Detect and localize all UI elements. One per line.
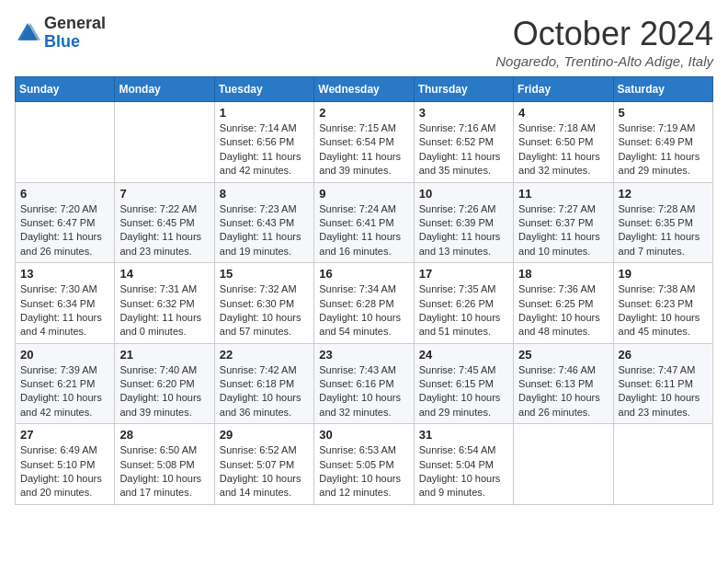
day-number: 5 <box>619 106 708 120</box>
calendar-cell: 10Sunrise: 7:26 AM Sunset: 6:39 PM Dayli… <box>414 182 513 263</box>
day-number: 21 <box>119 348 209 362</box>
calendar-cell: 12Sunrise: 7:28 AM Sunset: 6:35 PM Dayli… <box>613 182 712 263</box>
calendar-cell: 9Sunrise: 7:24 AM Sunset: 6:41 PM Daylig… <box>314 182 414 263</box>
calendar-cell: 21Sunrise: 7:40 AM Sunset: 6:20 PM Dayli… <box>115 343 214 424</box>
day-info: Sunrise: 7:26 AM Sunset: 6:39 PM Dayligh… <box>419 202 508 259</box>
day-number: 27 <box>20 428 109 442</box>
day-info: Sunrise: 7:20 AM Sunset: 6:47 PM Dayligh… <box>20 202 109 259</box>
day-info: Sunrise: 7:42 AM Sunset: 6:18 PM Dayligh… <box>220 363 309 420</box>
day-info: Sunrise: 6:49 AM Sunset: 5:10 PM Dayligh… <box>20 443 109 500</box>
day-info: Sunrise: 7:46 AM Sunset: 6:13 PM Dayligh… <box>518 363 608 420</box>
calendar-cell: 20Sunrise: 7:39 AM Sunset: 6:21 PM Dayli… <box>16 343 115 424</box>
calendar-week-row: 27Sunrise: 6:49 AM Sunset: 5:10 PM Dayli… <box>16 424 713 505</box>
day-number: 31 <box>419 428 508 442</box>
month-title: October 2024 <box>495 15 713 53</box>
day-of-week-header: Monday <box>115 77 214 102</box>
day-info: Sunrise: 6:54 AM Sunset: 5:04 PM Dayligh… <box>419 443 508 500</box>
day-info: Sunrise: 7:22 AM Sunset: 6:45 PM Dayligh… <box>119 202 209 259</box>
calendar-cell: 19Sunrise: 7:38 AM Sunset: 6:23 PM Dayli… <box>613 263 712 344</box>
day-info: Sunrise: 7:31 AM Sunset: 6:32 PM Dayligh… <box>119 282 209 339</box>
day-info: Sunrise: 7:35 AM Sunset: 6:26 PM Dayligh… <box>419 282 508 339</box>
calendar-cell <box>115 102 214 183</box>
day-number: 23 <box>319 348 408 362</box>
calendar-cell: 3Sunrise: 7:16 AM Sunset: 6:52 PM Daylig… <box>414 102 513 183</box>
calendar-cell: 30Sunrise: 6:53 AM Sunset: 5:05 PM Dayli… <box>314 424 414 505</box>
day-number: 22 <box>220 348 309 362</box>
logo-blue-text: Blue <box>44 32 80 51</box>
day-info: Sunrise: 7:30 AM Sunset: 6:34 PM Dayligh… <box>20 282 109 339</box>
title-block: October 2024 Nogaredo, Trentino-Alto Adi… <box>495 15 713 69</box>
day-info: Sunrise: 7:43 AM Sunset: 6:16 PM Dayligh… <box>319 363 408 420</box>
day-info: Sunrise: 7:36 AM Sunset: 6:25 PM Dayligh… <box>518 282 608 339</box>
day-number: 26 <box>619 348 708 362</box>
day-info: Sunrise: 7:38 AM Sunset: 6:23 PM Dayligh… <box>619 282 708 339</box>
day-info: Sunrise: 7:19 AM Sunset: 6:49 PM Dayligh… <box>619 121 708 178</box>
day-number: 29 <box>220 428 309 442</box>
day-info: Sunrise: 7:32 AM Sunset: 6:30 PM Dayligh… <box>220 282 309 339</box>
logo-icon <box>15 20 40 46</box>
day-info: Sunrise: 7:15 AM Sunset: 6:54 PM Dayligh… <box>319 121 408 178</box>
calendar-cell: 8Sunrise: 7:23 AM Sunset: 6:43 PM Daylig… <box>214 182 313 263</box>
day-number: 4 <box>518 106 608 120</box>
calendar-cell: 27Sunrise: 6:49 AM Sunset: 5:10 PM Dayli… <box>16 424 115 505</box>
day-number: 18 <box>518 267 608 281</box>
day-number: 1 <box>220 106 309 120</box>
logo-general-text: General <box>44 14 106 32</box>
calendar-cell: 5Sunrise: 7:19 AM Sunset: 6:49 PM Daylig… <box>613 102 712 183</box>
day-of-week-header: Tuesday <box>214 77 313 102</box>
day-of-week-header: Thursday <box>414 77 513 102</box>
day-number: 7 <box>119 187 209 201</box>
day-info: Sunrise: 7:18 AM Sunset: 6:50 PM Dayligh… <box>518 121 608 178</box>
calendar-cell: 17Sunrise: 7:35 AM Sunset: 6:26 PM Dayli… <box>414 263 513 344</box>
day-of-week-header: Wednesday <box>314 77 414 102</box>
day-info: Sunrise: 7:27 AM Sunset: 6:37 PM Dayligh… <box>518 202 608 259</box>
calendar-cell: 16Sunrise: 7:34 AM Sunset: 6:28 PM Dayli… <box>314 263 414 344</box>
calendar-cell: 11Sunrise: 7:27 AM Sunset: 6:37 PM Dayli… <box>514 182 613 263</box>
day-info: Sunrise: 6:52 AM Sunset: 5:07 PM Dayligh… <box>220 443 309 500</box>
calendar-week-row: 13Sunrise: 7:30 AM Sunset: 6:34 PM Dayli… <box>16 263 713 344</box>
calendar-cell: 26Sunrise: 7:47 AM Sunset: 6:11 PM Dayli… <box>613 343 712 424</box>
day-info: Sunrise: 7:47 AM Sunset: 6:11 PM Dayligh… <box>619 363 708 420</box>
day-number: 17 <box>419 267 508 281</box>
day-info: Sunrise: 6:53 AM Sunset: 5:05 PM Dayligh… <box>319 443 408 500</box>
day-number: 19 <box>619 267 708 281</box>
day-number: 15 <box>220 267 309 281</box>
day-info: Sunrise: 7:14 AM Sunset: 6:56 PM Dayligh… <box>220 121 309 178</box>
calendar-week-row: 6Sunrise: 7:20 AM Sunset: 6:47 PM Daylig… <box>16 182 713 263</box>
day-info: Sunrise: 6:50 AM Sunset: 5:08 PM Dayligh… <box>119 443 209 500</box>
calendar-cell: 2Sunrise: 7:15 AM Sunset: 6:54 PM Daylig… <box>314 102 414 183</box>
day-number: 10 <box>419 187 508 201</box>
calendar-cell: 22Sunrise: 7:42 AM Sunset: 6:18 PM Dayli… <box>214 343 313 424</box>
day-number: 13 <box>20 267 109 281</box>
calendar-cell: 25Sunrise: 7:46 AM Sunset: 6:13 PM Dayli… <box>514 343 613 424</box>
calendar-table: SundayMondayTuesdayWednesdayThursdayFrid… <box>15 76 713 505</box>
day-info: Sunrise: 7:16 AM Sunset: 6:52 PM Dayligh… <box>419 121 508 178</box>
day-info: Sunrise: 7:39 AM Sunset: 6:21 PM Dayligh… <box>20 363 109 420</box>
day-info: Sunrise: 7:23 AM Sunset: 6:43 PM Dayligh… <box>220 202 309 259</box>
calendar-week-row: 20Sunrise: 7:39 AM Sunset: 6:21 PM Dayli… <box>16 343 713 424</box>
calendar-week-row: 1Sunrise: 7:14 AM Sunset: 6:56 PM Daylig… <box>16 102 713 183</box>
calendar-cell: 31Sunrise: 6:54 AM Sunset: 5:04 PM Dayli… <box>414 424 513 505</box>
calendar-cell: 13Sunrise: 7:30 AM Sunset: 6:34 PM Dayli… <box>16 263 115 344</box>
calendar-cell: 24Sunrise: 7:45 AM Sunset: 6:15 PM Dayli… <box>414 343 513 424</box>
calendar-cell: 29Sunrise: 6:52 AM Sunset: 5:07 PM Dayli… <box>214 424 313 505</box>
day-number: 30 <box>319 428 408 442</box>
calendar-cell: 7Sunrise: 7:22 AM Sunset: 6:45 PM Daylig… <box>115 182 214 263</box>
calendar-cell <box>514 424 613 505</box>
calendar-cell: 28Sunrise: 6:50 AM Sunset: 5:08 PM Dayli… <box>115 424 214 505</box>
calendar-cell <box>16 102 115 183</box>
day-number: 28 <box>119 428 209 442</box>
logo: General Blue <box>15 15 106 52</box>
day-number: 16 <box>319 267 408 281</box>
calendar-cell: 23Sunrise: 7:43 AM Sunset: 6:16 PM Dayli… <box>314 343 414 424</box>
day-info: Sunrise: 7:45 AM Sunset: 6:15 PM Dayligh… <box>419 363 508 420</box>
day-number: 6 <box>20 187 109 201</box>
day-info: Sunrise: 7:40 AM Sunset: 6:20 PM Dayligh… <box>119 363 209 420</box>
calendar-cell: 6Sunrise: 7:20 AM Sunset: 6:47 PM Daylig… <box>16 182 115 263</box>
page-header: General Blue October 2024 Nogaredo, Tren… <box>15 15 713 69</box>
day-number: 20 <box>20 348 109 362</box>
location-text: Nogaredo, Trentino-Alto Adige, Italy <box>495 53 713 69</box>
calendar-cell: 15Sunrise: 7:32 AM Sunset: 6:30 PM Dayli… <box>214 263 313 344</box>
day-number: 24 <box>419 348 508 362</box>
calendar-header-row: SundayMondayTuesdayWednesdayThursdayFrid… <box>16 77 713 102</box>
